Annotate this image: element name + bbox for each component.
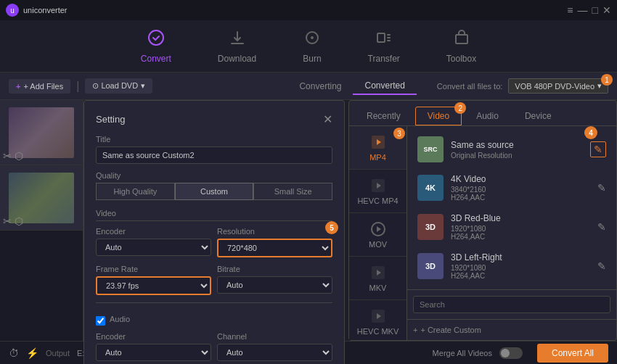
audio-encoder-label: Encoder — [96, 332, 211, 341]
download-label: Download — [218, 54, 256, 64]
tab-converting[interactable]: Converting — [287, 78, 353, 95]
tab-recently[interactable]: Recently — [355, 107, 412, 125]
convert-label: Convert — [141, 54, 171, 64]
format-body: MP4 3 HEVC MP4 MOV — [349, 126, 616, 340]
encoder-select[interactable]: Auto — [96, 239, 211, 256]
tab-device[interactable]: Device — [513, 107, 563, 125]
maximize-btn[interactable]: □ — [592, 4, 598, 16]
hevc-mkv-label: HEVC MKV — [357, 327, 399, 336]
format-tabs: Recently Video 2 Audio Device — [349, 101, 616, 126]
lightning-icon[interactable]: ⚡ — [26, 347, 38, 359]
audio-checkbox[interactable] — [96, 316, 105, 326]
mkv-icon — [369, 264, 387, 281]
video-fields-2: Frame Rate 23.97 fps Bitrate Auto — [96, 265, 332, 295]
hevc-mp4-label: HEVC MP4 — [357, 197, 398, 205]
encoder-label: Encoder — [96, 227, 211, 236]
create-custom-button[interactable]: + + Create Custom — [407, 319, 616, 340]
format-sidebar-mkv[interactable]: MKV — [349, 257, 406, 300]
main-content: ✂ ⬡ ✂ ⬡ Setting ✕ Title Quality High Qua… — [0, 100, 617, 341]
framerate-group: Frame Rate 23.97 fps — [96, 265, 211, 295]
mov-icon — [369, 220, 387, 238]
audio-checkbox-row: Audio — [96, 315, 332, 326]
audio-label: Audio — [110, 315, 130, 323]
audio-section: Audio Encoder Auto Channel Auto — [96, 302, 332, 364]
audio-fields-1: Encoder Auto Channel Auto — [96, 332, 332, 361]
merge-toggle[interactable] — [499, 347, 523, 359]
edit-3d-rb-button[interactable]: ✎ — [597, 221, 606, 233]
transfer-icon — [375, 29, 393, 51]
video-fields: Encoder Auto Resolution 720*480 5 — [96, 227, 332, 257]
resolution-group: Resolution 720*480 5 — [217, 227, 332, 257]
add-files-button[interactable]: + + Add Files — [9, 79, 70, 94]
format-3d-left-right[interactable]: 3D 3D Left-Right 1920*1080H264,AAC ✎ — [412, 247, 612, 286]
convert-all-button[interactable]: Convert All — [537, 344, 608, 363]
effect-icon[interactable]: ⬡ — [15, 150, 23, 162]
burn-icon — [303, 29, 321, 51]
format-info-3d-lr: 3D Left-Right 1920*1080H264,AAC — [451, 252, 590, 280]
load-dvd-button[interactable]: ⊙ Load DVD ▾ — [85, 78, 152, 94]
nav-convert[interactable]: Convert — [132, 25, 180, 68]
close-btn[interactable]: ✕ — [602, 4, 611, 16]
merge-label: Merge All Videos — [433, 349, 492, 357]
plus-icon: + — [413, 326, 417, 334]
thumb-icons-2: ✂ ⬡ — [3, 215, 23, 227]
settings-title: Setting — [96, 114, 125, 125]
title-bar-controls[interactable]: ≡ — □ ✕ — [567, 4, 611, 16]
app-logo: u — [6, 4, 19, 17]
resolution-select[interactable]: 720*480 — [217, 239, 332, 257]
format-sidebar-hevc-mkv[interactable]: HEVC MKV — [349, 300, 406, 340]
search-input[interactable] — [413, 296, 610, 313]
audio-channel-select[interactable]: Auto — [217, 344, 332, 361]
edit-3d-lr-button[interactable]: ✎ — [597, 260, 606, 272]
nav-transfer[interactable]: Transfer — [359, 25, 409, 68]
tab-converted[interactable]: Converted — [353, 78, 416, 95]
format-same-as-source[interactable]: SRC Same as source Original Resolution ✎… — [412, 131, 612, 168]
resolution-label: Resolution — [217, 227, 332, 236]
format-desc-same: Original Resolution — [451, 152, 583, 160]
svg-rect-4 — [456, 35, 467, 44]
format-info-same: Same as source Original Resolution — [451, 140, 583, 160]
file-thumb-2: ✂ ⬡ — [0, 165, 83, 231]
toolbox-icon — [453, 29, 470, 51]
nav-toolbox[interactable]: Toolbox — [438, 25, 485, 68]
cut-icon-2[interactable]: ✂ — [3, 215, 12, 227]
clock-icon[interactable]: ⏱ — [9, 347, 19, 359]
quality-buttons: High Quality Custom Small Size — [96, 183, 332, 200]
download-icon — [229, 29, 246, 51]
quality-small-button[interactable]: Small Size — [253, 183, 332, 200]
3d-lr-icon: 3D — [417, 253, 444, 279]
quality-high-button[interactable]: High Quality — [96, 183, 175, 200]
format-desc-4k: 3840*2160H264,AAC — [451, 186, 590, 202]
quality-custom-button[interactable]: Custom — [175, 183, 254, 200]
format-name-same: Same as source — [451, 140, 583, 150]
tab-audio[interactable]: Audio — [465, 107, 510, 125]
menu-icon[interactable]: ≡ — [567, 4, 573, 16]
transfer-label: Transfer — [368, 54, 400, 64]
separator: | — [76, 80, 79, 93]
title-input[interactable] — [96, 146, 332, 164]
hevc-mp4-icon — [369, 177, 387, 194]
convert-format-button[interactable]: VOB 480P DVD-Video ▾ — [508, 78, 608, 94]
audio-encoder-select[interactable]: Auto — [96, 344, 211, 361]
nav-burn[interactable]: Burn — [294, 25, 330, 68]
minimize-btn[interactable]: — — [578, 4, 588, 16]
settings-close-button[interactable]: ✕ — [323, 112, 332, 126]
format-sidebar-mp4[interactable]: MP4 3 — [349, 126, 406, 170]
format-panel: Recently Video 2 Audio Device MP4 3 — [348, 100, 617, 341]
edit-same-source-button[interactable]: ✎ — [590, 141, 606, 157]
format-sidebar-hevc-mp4[interactable]: HEVC MP4 — [349, 170, 406, 213]
cut-icon[interactable]: ✂ — [3, 150, 12, 162]
edit-4k-button[interactable]: ✎ — [597, 182, 606, 194]
format-sidebar-mov[interactable]: MOV — [349, 213, 406, 257]
video-section-label: Video — [96, 209, 332, 221]
bitrate-select[interactable]: Auto — [217, 276, 332, 294]
nav-download[interactable]: Download — [209, 25, 265, 68]
toolbox-label: Toolbox — [446, 54, 476, 64]
framerate-select[interactable]: 23.97 fps — [96, 276, 211, 295]
format-4k-video[interactable]: 4K 4K Video 3840*2160H264,AAC ✎ — [412, 168, 612, 207]
format-3d-red-blue[interactable]: 3D 3D Red-Blue 1920*1080H264,AAC ✎ — [412, 207, 612, 247]
same-as-source-icon: SRC — [417, 136, 444, 162]
chevron-down-icon: ▾ — [141, 81, 145, 91]
format-info-4k: 4K Video 3840*2160H264,AAC — [451, 174, 590, 202]
effect-icon-2[interactable]: ⬡ — [15, 215, 23, 227]
